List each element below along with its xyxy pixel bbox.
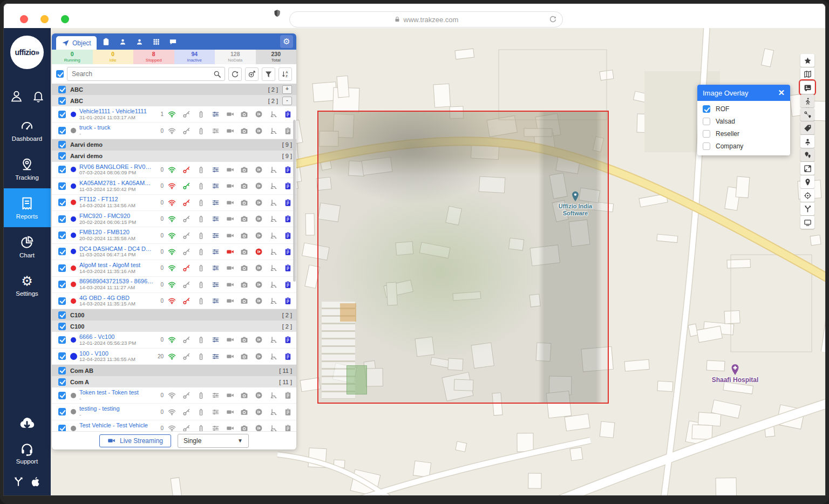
vehicle-row[interactable]: 100 - V100 12-04-2023 11:36:55 AM 20 (52, 349, 296, 365)
group-checkbox[interactable] (58, 323, 66, 330)
vehicle-row[interactable]: 6666 - Vc100 12-01-2024 05:56:23 PM 0 (52, 332, 296, 348)
streaming-mode-select[interactable]: Single ▼ (178, 434, 249, 448)
zoom-window-button[interactable] (61, 15, 69, 23)
refresh-button[interactable] (228, 67, 242, 81)
overlay-option-reseller[interactable]: Reseller (703, 130, 785, 138)
vehicle-checkbox[interactable] (58, 352, 66, 360)
vehicle-checkbox[interactable] (58, 166, 66, 173)
poi-uffizio[interactable]: Uffizio India Software (551, 190, 600, 216)
vehicle-name-link[interactable]: 6666 - Vc100 (79, 333, 154, 340)
status-chip-inactive[interactable]: 94 Inactive (174, 50, 215, 64)
pin-tool[interactable] (800, 175, 814, 188)
select-all-checkbox[interactable] (56, 70, 64, 78)
google-play-icon[interactable] (13, 476, 24, 487)
vehicle-name-link[interactable]: Test Vehicle - Test Vehicle (79, 422, 154, 429)
resize-tool[interactable] (800, 162, 814, 175)
search-input[interactable] (71, 70, 213, 78)
search-icon[interactable] (213, 70, 221, 78)
group-row[interactable]: Com A [ 11 ] (52, 376, 296, 387)
group-row[interactable]: C100 [ 2 ] (52, 309, 296, 321)
vehicle-row[interactable]: Vehicle1111 - Vehicle1111 31-01-2024 11:… (52, 106, 296, 122)
overlay-checkbox[interactable] (703, 142, 710, 150)
tab-object[interactable]: Object (56, 36, 97, 50)
vehicle-checkbox[interactable] (58, 231, 66, 239)
overlay-checkbox[interactable] (703, 130, 710, 138)
panel-tab-passenger-icon[interactable] (135, 38, 144, 46)
vehicle-name-link[interactable]: testing - testing (79, 405, 154, 412)
status-chip-idle[interactable]: 0 Idle (93, 50, 134, 64)
vehicle-checkbox[interactable] (58, 111, 66, 118)
group-expander-button[interactable]: - (282, 97, 292, 105)
sidebar-item-support[interactable]: Support (16, 442, 38, 465)
vehicle-row[interactable]: truck - truck - 0 (52, 122, 296, 139)
vehicle-checkbox[interactable] (58, 264, 66, 272)
group-row[interactable]: ABC [ 2 ] - (52, 95, 296, 106)
notifications-bell-icon[interactable] (32, 90, 45, 103)
vehicle-row[interactable]: Test Vehicle - Test Vehicle - 0 (52, 420, 296, 431)
list-scrollbar[interactable] (293, 120, 296, 282)
directions-tool[interactable] (800, 202, 814, 215)
group-expander-button[interactable]: + (282, 85, 292, 94)
vehicle-row[interactable]: AlgoM test - AlgoM test 14-03-2024 11:35… (52, 260, 296, 276)
cloud-download-icon[interactable] (18, 415, 36, 431)
gear-icon[interactable]: ⚙ (280, 35, 293, 48)
sidebar-item-tracking[interactable]: Tracking (3, 149, 51, 188)
vehicle-checkbox[interactable] (58, 182, 66, 190)
group-checkbox[interactable] (58, 152, 66, 160)
route-tool[interactable] (800, 108, 814, 121)
sidebar-item-reports[interactable]: Reports (3, 188, 51, 227)
overlay-option-rof[interactable]: ROF (703, 105, 785, 113)
sidebar-item-dashboard[interactable]: Dashboard (3, 111, 51, 149)
group-checkbox[interactable] (58, 141, 66, 148)
vehicle-name-link[interactable]: FMC920 - FMC920 (79, 213, 154, 220)
vehicle-checkbox[interactable] (58, 127, 66, 134)
locate-tool[interactable] (800, 189, 814, 202)
vehicle-name-link[interactable]: FMB120 - FMB120 (79, 229, 154, 236)
apple-icon[interactable] (29, 475, 41, 488)
vehicle-row[interactable]: FMB120 - FMB120 20-02-2024 11:35:58 AM 0 (52, 227, 296, 243)
address-bar[interactable]: www.trakzee.com (289, 11, 563, 28)
vehicle-name-link[interactable]: KA05AM2781 - KA05AM27... (79, 180, 154, 187)
screen-tool[interactable] (800, 216, 814, 229)
panel-tab-driver-icon[interactable] (119, 38, 127, 46)
vehicle-row[interactable]: DC4 DASHCAM - DC4 DAS... 11-03-2024 06:4… (52, 244, 296, 260)
overlay-option-company[interactable]: Company (703, 142, 785, 150)
group-row[interactable]: ABC [ 2 ] + (52, 84, 296, 95)
vehicle-checkbox[interactable] (58, 336, 66, 344)
group-row[interactable]: Com AB [ 11 ] (52, 365, 296, 376)
sidebar-item-settings[interactable]: ⚙ Settings (3, 266, 51, 305)
status-chip-running[interactable]: 0 Running (52, 50, 93, 64)
traffic-tool[interactable] (800, 94, 814, 107)
profile-icon[interactable] (10, 90, 23, 103)
vehicle-row[interactable]: RV06 BANGLORE - RV06 B... 07-03-2024 08:… (52, 162, 296, 178)
vehicle-row[interactable]: FT112 - FT112 14-03-2024 11:34:56 AM 0 (52, 195, 296, 211)
sidebar-item-chart[interactable]: Chart (3, 227, 51, 266)
poi-shaafi-hospital[interactable]: Shaafi Hospital (711, 363, 759, 384)
vehicle-checkbox[interactable] (58, 281, 66, 288)
vehicle-row[interactable]: testing - testing - 0 (52, 404, 296, 420)
image-overlay-tool[interactable] (800, 81, 814, 94)
group-checkbox[interactable] (58, 97, 66, 105)
group-row[interactable]: C100 [ 2 ] (52, 321, 296, 332)
overlay-checkbox[interactable] (703, 105, 710, 113)
group-row[interactable]: Aarvi demo [ 9 ] (52, 139, 296, 151)
filter-button[interactable] (262, 67, 275, 81)
vehicle-checkbox[interactable] (58, 392, 66, 399)
status-chip-stopped[interactable]: 8 Stopped (133, 50, 174, 64)
group-checkbox[interactable] (58, 367, 66, 374)
map-type-tool[interactable] (800, 67, 814, 80)
vehicle-row[interactable]: FMC920 - FMC920 20-02-2024 06:06:15 PM 0 (52, 211, 296, 227)
live-streaming-button[interactable]: Live Streaming (99, 434, 171, 447)
overlay-option-valsad[interactable]: Valsad (703, 118, 785, 125)
vehicle-checkbox[interactable] (58, 215, 66, 223)
vehicle-row[interactable]: 869689043721539 - 86968... 14-03-2024 11… (52, 277, 296, 293)
overlay-checkbox[interactable] (703, 118, 710, 125)
status-chip-nodata[interactable]: 128 NoData (215, 50, 256, 64)
vehicle-row[interactable]: Token test - Token test - 0 (52, 387, 296, 404)
vehicle-row[interactable]: KA05AM2781 - KA05AM27... 11-03-2024 12:5… (52, 178, 296, 194)
group-row[interactable]: Aarvi demo [ 9 ] (52, 151, 296, 162)
nearby-tool-button[interactable] (245, 67, 259, 81)
status-chip-total[interactable]: 230 Total (256, 50, 297, 64)
group-checkbox[interactable] (58, 311, 66, 319)
image-overlay-region[interactable] (317, 111, 609, 404)
